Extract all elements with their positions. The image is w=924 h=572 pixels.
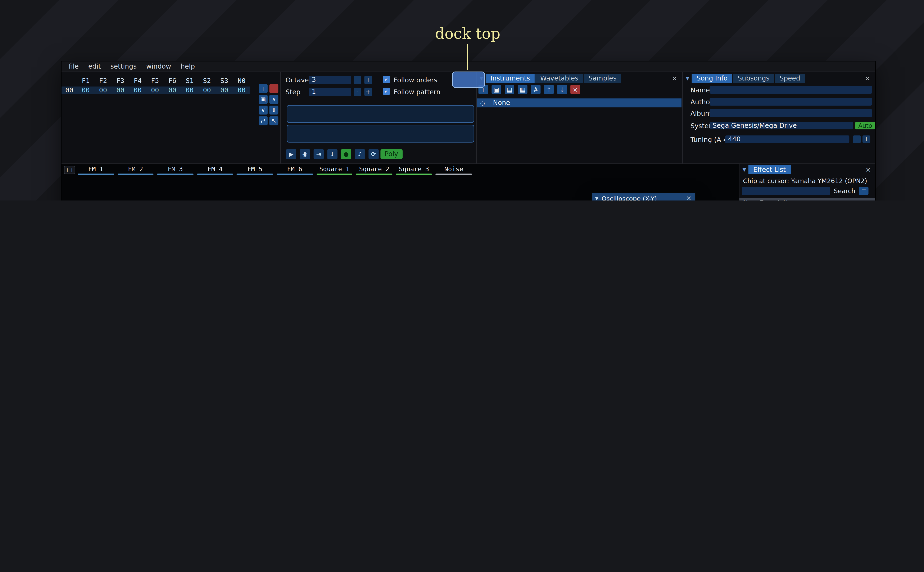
order-channel-header[interactable]: F3 — [112, 77, 129, 85]
order-cell[interactable]: 00 — [146, 87, 164, 94]
menu-item-settings[interactable]: settings — [106, 63, 142, 70]
tuning-increase-button[interactable]: + — [862, 135, 870, 143]
octave-increase-button[interactable]: + — [364, 76, 372, 84]
order-cell[interactable]: 00 — [233, 87, 250, 94]
play-pattern-button[interactable]: ◉ — [300, 149, 310, 159]
channel-header-noise[interactable]: Noise — [434, 165, 474, 175]
open-instrument-button[interactable]: ▤ — [505, 85, 514, 94]
move-instrument-down-button[interactable]: ↓ — [557, 85, 567, 94]
edit-toggle-button[interactable]: ● — [341, 149, 351, 159]
channel-header-fm-1[interactable]: FM 1 — [76, 165, 116, 175]
order-channel-header[interactable]: F1 — [77, 77, 94, 85]
poly-input-button[interactable]: Poly — [380, 149, 402, 159]
step-input[interactable]: 1 — [309, 88, 351, 96]
order-cell[interactable]: 00 — [198, 87, 216, 94]
close-icon[interactable]: × — [863, 166, 873, 174]
menu-item-window[interactable]: window — [142, 63, 176, 70]
tuning-decrease-button[interactable]: - — [853, 135, 861, 143]
order-cell[interactable]: 00 — [181, 87, 198, 94]
duplicate-order-button[interactable]: ▣ — [259, 95, 268, 104]
channel-header-square-1[interactable]: Square 1 — [315, 165, 354, 175]
order-change-mode-button[interactable]: ⇄ — [259, 116, 268, 125]
channel-header-fm-4[interactable]: FM 4 — [195, 165, 235, 175]
duplicate-order-end-button[interactable]: ⇓ — [269, 106, 278, 115]
channel-header-square-2[interactable]: Square 2 — [354, 165, 394, 175]
delete-instrument-button[interactable]: × — [570, 85, 580, 94]
song-info-tab-song-info[interactable]: Song Info — [692, 74, 732, 83]
expand-channels-button[interactable]: ++ — [64, 166, 75, 174]
order-channel-header[interactable]: F2 — [94, 77, 112, 85]
move-instrument-up-button[interactable]: ↑ — [544, 85, 554, 94]
annotation-dock-top: dock top — [435, 25, 500, 42]
move-order-up-button[interactable]: ∧ — [269, 95, 278, 104]
order-channel-header[interactable]: N0 — [233, 77, 250, 85]
tuning-input[interactable]: 440 — [725, 135, 849, 143]
instruments-tab-instruments[interactable]: Instruments — [486, 74, 535, 83]
order-cell[interactable]: 00 — [129, 87, 146, 94]
hamburger-menu-icon[interactable]: ≡ — [859, 187, 869, 195]
step-decrease-button[interactable]: - — [354, 88, 361, 96]
order-edit-mode-button[interactable]: ↖ — [269, 116, 278, 125]
order-row[interactable]: 0000000000000000000000 — [62, 87, 250, 94]
step-one-row-button[interactable]: ⇥ — [314, 149, 324, 159]
oscilloscope-title-bar[interactable]: ▼ Oscilloscope (X-Y) × — [592, 193, 695, 201]
order-cell[interactable]: 00 — [112, 87, 129, 94]
play-button[interactable]: ▶ — [286, 149, 296, 159]
follow-pattern-checkbox[interactable]: ✓ — [383, 88, 390, 95]
channel-header-fm-5[interactable]: FM 5 — [235, 165, 275, 175]
add-order-button[interactable]: + — [259, 84, 268, 93]
order-cell[interactable]: 00 — [94, 87, 112, 94]
order-channel-header[interactable]: S3 — [216, 77, 233, 85]
chevron-down-icon[interactable]: ▼ — [592, 196, 601, 201]
instrument-organize-button[interactable]: # — [531, 85, 541, 94]
duplicate-instrument-button[interactable]: ▣ — [491, 85, 501, 94]
order-cell[interactable]: 00 — [77, 87, 94, 94]
metronome-button[interactable]: ♪ — [355, 149, 365, 159]
instrument-list-item[interactable]: ○ - None - — [477, 98, 681, 107]
order-cell[interactable]: 00 — [216, 87, 233, 94]
instruments-tab-wavetables[interactable]: Wavetables — [536, 74, 583, 83]
panel-divider[interactable] — [280, 72, 281, 163]
order-channel-header[interactable]: F6 — [164, 77, 181, 85]
author-input[interactable] — [709, 98, 872, 106]
song-info-tab-speed[interactable]: Speed — [775, 74, 805, 83]
order-channel-header[interactable]: F5 — [146, 77, 164, 85]
menu-item-file[interactable]: file — [64, 63, 84, 70]
name-label: Name — [690, 87, 710, 94]
close-icon[interactable]: × — [682, 194, 695, 201]
chevron-down-icon[interactable]: ▼ — [742, 167, 746, 173]
search-input[interactable] — [742, 187, 830, 195]
play-from-cursor-button[interactable]: ↓ — [327, 149, 338, 159]
move-order-down-button[interactable]: ∨ — [259, 106, 268, 115]
chevron-down-icon[interactable]: ▼ — [686, 76, 689, 81]
instruments-tab-samples[interactable]: Samples — [584, 74, 622, 83]
menu-item-help[interactable]: help — [176, 63, 200, 70]
channel-header-square-3[interactable]: Square 3 — [394, 165, 434, 175]
order-channel-header[interactable]: S1 — [181, 77, 198, 85]
album-input[interactable] — [709, 109, 872, 117]
save-instrument-button[interactable]: ▦ — [518, 85, 528, 94]
order-cell[interactable]: 00 — [164, 87, 181, 94]
system-input[interactable]: Sega Genesis/Mega Drive — [709, 122, 853, 129]
step-increase-button[interactable]: + — [364, 88, 372, 96]
close-icon[interactable]: × — [669, 75, 679, 83]
order-channel-header[interactable]: S2 — [198, 77, 216, 85]
remove-order-button[interactable]: − — [269, 84, 278, 93]
song-info-tab-subsongs[interactable]: Subsongs — [733, 74, 774, 83]
channel-header-fm-3[interactable]: FM 3 — [156, 165, 195, 175]
follow-orders-checkbox[interactable]: ✓ — [383, 76, 390, 83]
menu-item-edit[interactable]: edit — [84, 63, 106, 70]
octave-input[interactable]: 3 — [309, 76, 351, 84]
repeat-pattern-button[interactable]: ⟳ — [368, 149, 379, 159]
name-input[interactable] — [709, 86, 872, 94]
order-row-index[interactable]: 00 — [62, 87, 77, 94]
dock-target-top[interactable] — [452, 72, 485, 88]
close-icon[interactable]: × — [862, 75, 873, 83]
effect-list-tab[interactable]: Effect List — [748, 165, 790, 174]
order-channel-header[interactable]: F4 — [129, 77, 146, 85]
oscilloscope-window[interactable]: ▼ Oscilloscope (X-Y) × — [591, 193, 696, 201]
channel-header-fm-6[interactable]: FM 6 — [275, 165, 315, 175]
octave-decrease-button[interactable]: - — [354, 76, 361, 84]
auto-system-button[interactable]: Auto — [855, 122, 875, 129]
channel-header-fm-2[interactable]: FM 2 — [116, 165, 156, 175]
